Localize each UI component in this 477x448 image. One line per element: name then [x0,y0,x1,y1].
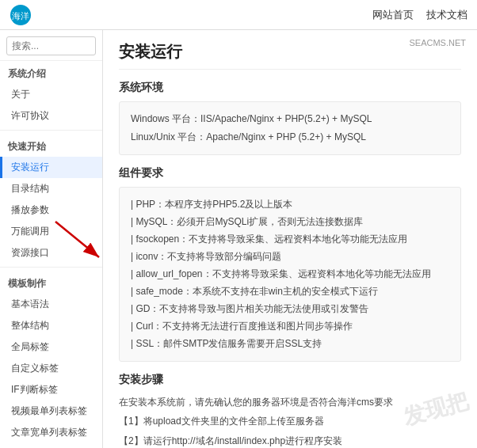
logo: 海洋 [10,4,32,26]
site-tag: SEACMS.NET [409,38,466,47]
nav-home[interactable]: 网站首页 [372,8,414,22]
sidebar-item-directory[interactable]: 目录结构 [0,178,102,199]
sidebar-section-template: 模板制作 [0,271,102,294]
req-mysql: | MySQL：必须开启MySQLi扩展，否则无法连接数据库 [131,214,449,230]
env-windows: Windows 平台：IIS/Apache/Nginx + PHP(5.2+) … [131,111,449,128]
divider-2 [0,267,102,268]
requirements-box: | PHP：本程序支持PHP5.2及以上版本 | MySQL：必须开启MySQL… [119,187,461,362]
sidebar-item-custom-tags[interactable]: 自定义标签 [0,358,102,379]
sidebar-item-article-list-tags[interactable]: 文章宽单列表标签 [0,422,102,443]
body-layout: 系统介绍 关于 许可协议 快速开始 安装运行 目录结构 播放参数 万能调用 资源… [0,30,477,448]
sidebar-item-if-tags[interactable]: IF判断标签 [0,379,102,401]
section-install-steps: 安装步骤 [119,373,461,387]
sidebar-item-video-area-tags[interactable]: 视频区域块列表标签 [0,443,102,448]
search-input[interactable] [6,36,96,55]
sidebar-section-quickstart: 快速开始 [0,134,102,157]
logo-icon: 海洋 [10,4,32,26]
step-1: 【1】将upload文件夹里的文件全部上传至服务器 [119,412,461,430]
install-steps-content: 在安装本系统前，请先确认您的服务器环境是否符合海洋cms要求 【1】将uploa… [119,393,461,448]
req-gd: | GD：不支持将导致与图片相关功能无法使用或引发警告 [131,301,449,317]
sidebar-item-universal[interactable]: 万能调用 [0,221,102,242]
sidebar-item-playparams[interactable]: 播放参数 [0,199,102,221]
sidebar-item-resource[interactable]: 资源接口 [0,242,102,264]
step-2: 【2】请运行http://域名/install/index.php进行程序安装 [119,432,461,448]
nav-docs[interactable]: 技术文档 [426,8,467,22]
svg-text:海洋: 海洋 [12,11,29,21]
env-linux: Linux/Unix 平台：Apache/Nginx + PHP (5.2+) … [131,129,449,146]
req-curl: | Curl：不支持将无法进行百度推送和图片同步等操作 [131,318,449,335]
req-ssl: | SSL：邮件SMTP发信服务需要开启SSL支持 [131,336,449,352]
sidebar-item-install[interactable]: 安装运行 [0,157,102,178]
req-fsockopen: | fsockopen：不支持将导致采集、远程资料本地化等功能无法应用 [131,231,449,248]
divider-1 [0,130,102,131]
search-container [0,30,102,61]
main-content: SEACMS.NET 安装运行 系统环境 Windows 平台：IIS/Apac… [103,30,477,448]
sidebar: 系统介绍 关于 许可协议 快速开始 安装运行 目录结构 播放参数 万能调用 资源… [0,30,103,448]
header: 海洋 网站首页 技术文档 [0,0,477,30]
req-php: | PHP：本程序支持PHP5.2及以上版本 [131,196,449,213]
sidebar-item-global-tags[interactable]: 全局标签 [0,336,102,358]
req-safe-mode: | safe_mode：本系统不支持在非win主机的安全模式下运行 [131,283,449,300]
req-allow-url: | allow_url_fopen：不支持将导致采集、远程资料本地化等功能无法应… [131,266,449,283]
sidebar-item-about[interactable]: 关于 [0,84,102,105]
step-prereq: 在安装本系统前，请先确认您的服务器环境是否符合海洋cms要求 [119,393,461,411]
sidebar-section-intro: 系统介绍 [0,61,102,84]
header-nav: 网站首页 技术文档 [372,8,467,22]
sidebar-item-video-list-tags[interactable]: 视频最单列表标签 [0,401,102,422]
req-iconv: | iconv：不支持将导致部分编码问题 [131,249,449,265]
section-system-env: 系统环境 [119,81,461,95]
system-env-box: Windows 平台：IIS/Apache/Nginx + PHP(5.2+) … [119,101,461,155]
sidebar-item-license[interactable]: 许可协议 [0,105,102,127]
sidebar-item-basic-syntax[interactable]: 基本语法 [0,294,102,315]
sidebar-item-overall-structure[interactable]: 整体结构 [0,315,102,336]
section-requirements: 组件要求 [119,166,461,180]
